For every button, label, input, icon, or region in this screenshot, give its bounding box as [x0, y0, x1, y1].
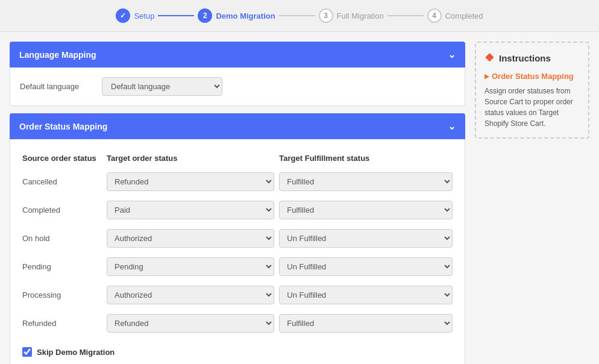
language-panel-body: Default language Default language [10, 67, 465, 106]
order-status-panel-chevron: ⌄ [448, 121, 456, 132]
source-status-cell: Refunded [20, 309, 104, 337]
order-status-panel-body: Source order status Target order status … [10, 139, 465, 364]
table-row: RefundedRefundedPaidAuthorizedPendingVoi… [20, 309, 455, 337]
table-row: On holdRefundedPaidAuthorizedPendingVoid… [20, 224, 455, 253]
fulfillment-status-select[interactable]: FulfilledUn FulfilledPartial [279, 201, 453, 219]
language-panel-chevron: ⌄ [448, 49, 456, 60]
main-container: Language Mapping ⌄ Default language Defa… [0, 32, 599, 364]
sidebar-subtitle: Order Status Mapping [485, 72, 580, 81]
target-status-cell: RefundedPaidAuthorizedPendingVoidedParti… [104, 196, 277, 224]
target-status-cell: RefundedPaidAuthorizedPendingVoidedParti… [104, 224, 277, 253]
source-status-cell: On hold [20, 224, 104, 253]
target-status-cell: RefundedPaidAuthorizedPendingVoidedParti… [104, 168, 277, 196]
step-setup: ✓ Setup [116, 8, 154, 23]
step-demo-migration: 2 Demo Migration [198, 8, 275, 23]
source-status-cell: Completed [20, 196, 104, 224]
language-panel-title: Language Mapping [19, 50, 96, 60]
table-header-row: Source order status Target order status … [20, 149, 455, 168]
sidebar-title-text: Instructions [499, 53, 551, 63]
fulfillment-status-select[interactable]: FulfilledUn FulfilledPartial [279, 314, 453, 333]
col-target: Target order status [104, 149, 277, 168]
source-status-cell: Cancelled [20, 168, 104, 196]
instructions-icon: ❖ [485, 51, 494, 64]
step-line-3 [387, 15, 424, 16]
language-mapping-panel: Language Mapping ⌄ Default language Defa… [10, 42, 465, 106]
table-row: CancelledRefundedPaidAuthorizedPendingVo… [20, 168, 455, 196]
target-status-select[interactable]: RefundedPaidAuthorizedPendingVoidedParti… [107, 201, 274, 219]
target-status-select[interactable]: RefundedPaidAuthorizedPendingVoidedParti… [107, 172, 274, 191]
stepper: ✓ Setup 2 Demo Migration 3 Full Migratio… [0, 0, 599, 32]
fulfillment-status-select[interactable]: FulfilledUn FulfilledPartial [279, 286, 453, 304]
fulfillment-status-select[interactable]: FulfilledUn FulfilledPartial [279, 229, 453, 248]
step-label-setup: Setup [134, 11, 154, 20]
target-status-cell: RefundedPaidAuthorizedPendingVoidedParti… [104, 281, 277, 309]
order-status-panel-title: Order Status Mapping [19, 122, 107, 131]
step-circle-completed: 4 [427, 8, 442, 23]
content-area: Language Mapping ⌄ Default language Defa… [10, 42, 465, 364]
step-label-completed: Completed [445, 11, 483, 20]
fulfillment-status-cell: FulfilledUn FulfilledPartial [277, 224, 455, 253]
col-fulfillment: Target Fulfillment status [277, 149, 455, 168]
step-line-2 [279, 15, 315, 16]
target-status-select[interactable]: RefundedPaidAuthorizedPendingVoidedParti… [107, 314, 274, 333]
fulfillment-status-cell: FulfilledUn FulfilledPartial [277, 281, 455, 309]
skip-demo-checkbox[interactable] [22, 347, 32, 357]
skip-demo-row: Skip Demo Migration [22, 347, 453, 357]
fulfillment-status-select[interactable]: FulfilledUn FulfilledPartial [279, 172, 453, 191]
col-source: Source order status [20, 149, 104, 168]
default-language-select[interactable]: Default language [102, 77, 222, 96]
step-label-full: Full Migration [337, 11, 384, 20]
step-line-1 [158, 15, 194, 16]
fulfillment-status-cell: FulfilledUn FulfilledPartial [277, 253, 455, 281]
sidebar-body: Assign order statuses from Source Cart t… [485, 86, 580, 129]
target-status-select[interactable]: RefundedPaidAuthorizedPendingVoidedParti… [107, 229, 274, 248]
fulfillment-status-select[interactable]: FulfilledUn FulfilledPartial [279, 257, 453, 276]
step-full-migration: 3 Full Migration [319, 8, 384, 23]
step-circle-full: 3 [319, 8, 333, 23]
source-status-cell: Pending [20, 253, 104, 281]
fulfillment-status-cell: FulfilledUn FulfilledPartial [277, 196, 455, 224]
default-language-label: Default language [20, 82, 92, 91]
order-status-panel-header[interactable]: Order Status Mapping ⌄ [10, 113, 465, 139]
target-status-select[interactable]: RefundedPaidAuthorizedPendingVoidedParti… [107, 286, 274, 304]
skip-demo-label: Skip Demo Migration [37, 348, 114, 357]
language-panel-header[interactable]: Language Mapping ⌄ [10, 42, 465, 67]
source-status-cell: Processing [20, 281, 104, 309]
fulfillment-status-cell: FulfilledUn FulfilledPartial [277, 168, 455, 196]
target-status-cell: RefundedPaidAuthorizedPendingVoidedParti… [104, 309, 277, 337]
table-row: CompletedRefundedPaidAuthorizedPendingVo… [20, 196, 455, 224]
status-table: Source order status Target order status … [20, 149, 455, 337]
sidebar-card: ❖ Instructions Order Status Mapping Assi… [475, 42, 589, 139]
table-row: PendingRefundedPaidAuthorizedPendingVoid… [20, 253, 455, 281]
target-status-cell: RefundedPaidAuthorizedPendingVoidedParti… [104, 253, 277, 281]
sidebar: ❖ Instructions Order Status Mapping Assi… [475, 42, 589, 364]
order-status-mapping-panel: Order Status Mapping ⌄ Source order stat… [10, 113, 465, 364]
step-circle-demo: 2 [198, 8, 212, 23]
default-language-row: Default language Default language [20, 77, 455, 96]
step-circle-setup: ✓ [116, 8, 130, 23]
target-status-select[interactable]: RefundedPaidAuthorizedPendingVoidedParti… [107, 257, 274, 276]
sidebar-title: ❖ Instructions [485, 51, 580, 64]
fulfillment-status-cell: FulfilledUn FulfilledPartial [277, 309, 455, 337]
step-completed: 4 Completed [427, 8, 483, 23]
table-row: ProcessingRefundedPaidAuthorizedPendingV… [20, 281, 455, 309]
step-label-demo: Demo Migration [216, 11, 275, 20]
